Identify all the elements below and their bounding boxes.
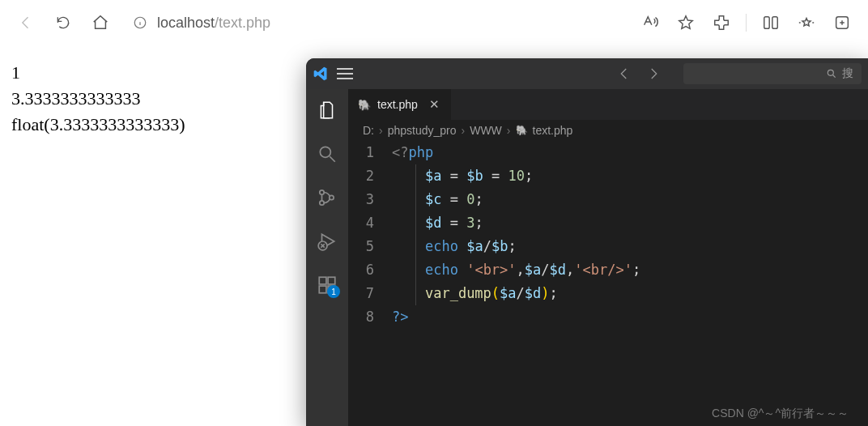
- menu-button[interactable]: [337, 68, 353, 79]
- url-text: localhost/text.php: [157, 15, 270, 32]
- code-line: ?>: [392, 305, 640, 329]
- tab-label: text.php: [377, 98, 418, 111]
- home-button[interactable]: [84, 6, 117, 39]
- line-gutter: 1 2 3 4 5 6 7 8: [353, 141, 392, 329]
- read-aloud-button[interactable]: [634, 6, 666, 39]
- breadcrumb-seg[interactable]: phpstudy_pro: [388, 124, 457, 137]
- code-line: $c = 0;: [392, 188, 640, 211]
- tab-text-php[interactable]: 🐘 text.php ✕: [348, 89, 452, 120]
- code-line: echo '<br>',$a/$d,'<br/>';: [392, 258, 640, 282]
- svg-rect-16: [319, 277, 326, 284]
- code-line: <?php: [392, 141, 640, 164]
- code-line: echo $a/$b;: [392, 235, 640, 258]
- refresh-button[interactable]: [47, 6, 79, 39]
- code-editor[interactable]: 1 2 3 4 5 6 7 8 <?php $a = $b = 10; $c =…: [348, 141, 868, 329]
- chevron-right-icon: ›: [379, 124, 383, 137]
- watermark: CSDN @^～^前行者～～～: [712, 407, 849, 421]
- divider: [746, 14, 747, 32]
- svg-point-8: [828, 70, 833, 75]
- favorite-button[interactable]: [670, 6, 702, 39]
- search-placeholder: 搜: [842, 66, 853, 81]
- close-tab-button[interactable]: ✕: [429, 97, 440, 112]
- code-line: $a = $b = 10;: [392, 164, 640, 188]
- collections-button[interactable]: [826, 6, 858, 39]
- svg-rect-3: [764, 17, 769, 29]
- site-info-icon[interactable]: [133, 15, 147, 30]
- toolbar-right: [634, 6, 858, 39]
- code-line: $d = 3;: [392, 211, 640, 235]
- output-line: 1: [11, 60, 185, 86]
- extensions-badge: 1: [327, 285, 340, 298]
- breadcrumb-seg[interactable]: text.php: [533, 124, 573, 137]
- svg-rect-4: [772, 17, 777, 29]
- breadcrumb-seg[interactable]: WWW: [470, 124, 502, 137]
- editor-tabs: 🐘 text.php ✕: [348, 89, 868, 120]
- vscode-logo-icon: [313, 66, 329, 82]
- svg-rect-17: [319, 286, 326, 293]
- svg-point-13: [320, 201, 324, 205]
- favorites-bar-button[interactable]: [790, 6, 823, 39]
- source-control-icon[interactable]: [316, 186, 338, 209]
- debug-icon[interactable]: [316, 230, 338, 253]
- output-line: 3.3333333333333: [11, 86, 185, 112]
- php-file-icon: 🐘: [516, 125, 528, 136]
- breadcrumb[interactable]: D: › phpstudy_pro › WWW › 🐘 text.php: [348, 120, 868, 141]
- svg-point-12: [320, 190, 324, 194]
- indent-guide: [415, 164, 416, 305]
- chevron-right-icon: ›: [462, 124, 466, 137]
- address-bar[interactable]: localhost/text.php: [121, 8, 510, 37]
- breadcrumb-seg[interactable]: D:: [363, 124, 374, 137]
- back-button[interactable]: [10, 6, 42, 39]
- output-line: float(3.3333333333333): [11, 112, 185, 138]
- vscode-titlebar: 搜: [306, 58, 868, 89]
- explorer-icon[interactable]: [316, 99, 338, 121]
- extensions-icon[interactable]: 1: [316, 274, 338, 296]
- code-lines[interactable]: <?php $a = $b = 10; $c = 0; $d = 3; echo…: [392, 141, 640, 329]
- page-content: 1 3.3333333333333 float(3.3333333333333): [11, 60, 185, 138]
- extensions-button[interactable]: [705, 6, 738, 39]
- browser-toolbar: localhost/text.php: [0, 0, 868, 45]
- search-icon[interactable]: [316, 143, 338, 165]
- vscode-window: 搜 1 🐘: [306, 58, 868, 426]
- svg-rect-19: [328, 277, 335, 284]
- php-file-icon: 🐘: [358, 99, 371, 111]
- split-screen-button[interactable]: [755, 6, 787, 39]
- code-line: var_dump($a/$d);: [392, 282, 640, 305]
- svg-line-11: [330, 156, 335, 162]
- chevron-right-icon: ›: [507, 124, 511, 137]
- svg-point-14: [330, 195, 334, 199]
- nav-forward-button[interactable]: [646, 66, 661, 81]
- svg-line-9: [833, 75, 836, 78]
- vscode-search-input[interactable]: 搜: [683, 63, 862, 84]
- activity-bar: 1: [306, 89, 348, 426]
- nav-back-button[interactable]: [617, 66, 632, 81]
- svg-point-10: [320, 147, 330, 157]
